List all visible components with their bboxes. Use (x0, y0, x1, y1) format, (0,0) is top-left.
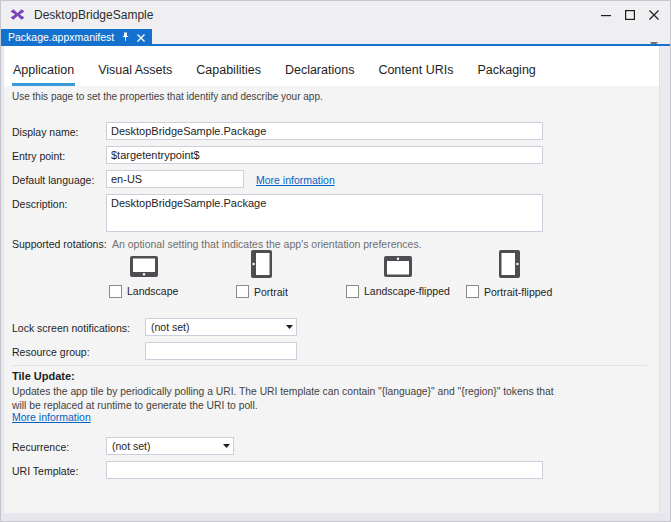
document-tab[interactable]: Package.appxmanifest (1, 29, 152, 44)
manifest-editor: Application Visual Assets Capabilities D… (4, 46, 659, 513)
resource-group-row: Resource group: (4, 342, 659, 360)
window-title: DesktopBridgeSample (34, 8, 153, 22)
maximize-icon[interactable] (618, 4, 642, 26)
combo-arrow-icon (282, 325, 296, 329)
tab-visual-assets[interactable]: Visual Assets (97, 63, 173, 86)
scrollbar-track[interactable] (659, 46, 670, 513)
supported-rotations-row: Supported rotations: An optional setting… (4, 234, 659, 252)
combo-arrow-icon (219, 444, 233, 448)
recurrence-select[interactable]: (not set) (106, 437, 234, 455)
tile-update-description: Updates the app tile by periodically pol… (12, 385, 568, 413)
uri-template-label: URI Template: (12, 465, 78, 477)
lock-screen-notifications-label: Lock screen notifications: (12, 322, 130, 334)
entry-point-row: Entry point: (4, 146, 659, 164)
entry-point-label: Entry point: (12, 150, 65, 162)
resource-group-label: Resource group: (12, 346, 90, 358)
display-name-input[interactable] (106, 122, 543, 140)
landscape-icon (130, 256, 158, 277)
landscape-flipped-checkbox[interactable] (346, 285, 359, 298)
window-controls (594, 1, 666, 29)
editor-tab-strip: Application Visual Assets Capabilities D… (4, 46, 659, 86)
document-tab-bar: Package.appxmanifest (1, 29, 670, 44)
default-language-input[interactable] (106, 170, 244, 188)
portrait-checkbox[interactable] (236, 285, 249, 298)
vs-window: DesktopBridgeSample Package.appxmanifest (0, 0, 671, 522)
portrait-flipped-icon (499, 250, 520, 278)
resource-group-input[interactable] (145, 342, 297, 360)
tab-declarations[interactable]: Declarations (284, 63, 355, 86)
section-divider (12, 365, 647, 366)
description-input[interactable]: DesktopBridgeSample.Package (106, 194, 543, 232)
landscape-flipped-icon (384, 256, 412, 277)
display-name-label: Display name: (12, 126, 79, 138)
portrait-flipped-checkbox-label: Portrait-flipped (484, 286, 552, 298)
landscape-checkbox[interactable] (109, 285, 122, 298)
recurrence-row: Recurrence: (not set) (4, 437, 659, 455)
lock-screen-notifications-value: (not set) (146, 321, 282, 333)
tile-update-more-information-link[interactable]: More information (12, 411, 91, 423)
landscape-checkbox-label: Landscape (127, 285, 178, 297)
recurrence-label: Recurrence: (12, 441, 69, 453)
uri-template-row: URI Template: (4, 461, 659, 479)
portrait-flipped-checkbox[interactable] (466, 285, 479, 298)
landscape-flipped-checkbox-label: Landscape-flipped (364, 285, 450, 297)
tab-application[interactable]: Application (12, 63, 75, 86)
minimize-icon[interactable] (594, 4, 618, 26)
rotation-option-portrait: Portrait (236, 253, 288, 298)
portrait-icon (251, 250, 272, 278)
default-language-label: Default language: (12, 174, 94, 186)
document-tab-label: Package.appxmanifest (8, 31, 114, 43)
description-label: Description: (12, 198, 67, 210)
close-icon[interactable] (642, 4, 666, 26)
vs-logo-icon (9, 6, 26, 23)
entry-point-input[interactable] (106, 146, 543, 164)
portrait-checkbox-label: Portrait (254, 286, 288, 298)
rotation-option-landscape: Landscape (109, 253, 178, 298)
pin-icon[interactable] (121, 28, 130, 46)
rotation-option-landscape-flipped: Landscape-flipped (346, 253, 450, 298)
page-description: Use this page to set the properties that… (12, 91, 323, 102)
lock-screen-notifications-row: Lock screen notifications: (not set) (4, 318, 659, 336)
default-language-more-information-link[interactable]: More information (256, 174, 335, 186)
tab-capabilities[interactable]: Capabilities (195, 63, 262, 86)
supported-rotations-hint: An optional setting that indicates the a… (112, 238, 422, 250)
title-bar: DesktopBridgeSample (1, 1, 670, 29)
rotation-option-portrait-flipped: Portrait-flipped (466, 253, 552, 298)
description-row: Description: DesktopBridgeSample.Package (4, 194, 659, 232)
lock-screen-notifications-select[interactable]: (not set) (145, 318, 297, 336)
default-language-row: Default language: More information (4, 170, 659, 188)
tile-update-heading: Tile Update: (12, 370, 75, 382)
display-name-row: Display name: (4, 122, 659, 140)
uri-template-input[interactable] (106, 461, 543, 479)
recurrence-value: (not set) (107, 440, 219, 452)
tab-packaging[interactable]: Packaging (476, 63, 536, 86)
tab-content-uris[interactable]: Content URIs (377, 63, 454, 86)
supported-rotations-label: Supported rotations: (12, 238, 107, 250)
tab-close-icon[interactable] (137, 28, 145, 46)
